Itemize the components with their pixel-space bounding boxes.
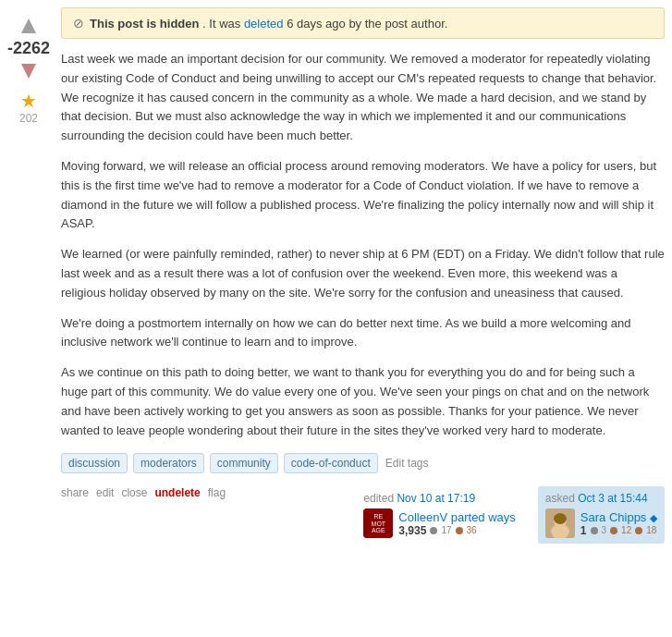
silver-dot bbox=[430, 527, 437, 534]
vote-column: -2262 ★ 202 bbox=[0, 7, 57, 630]
asked-silver-dot bbox=[591, 527, 598, 534]
edited-user: REMOTAGE ColleenV parted ways 3,935 bbox=[363, 508, 515, 538]
edited-label: edited Nov 10 at 17:19 bbox=[363, 492, 515, 505]
hidden-icon: ⊘ bbox=[73, 16, 84, 31]
tag-moderators[interactable]: moderators bbox=[133, 453, 204, 473]
edit-link[interactable]: edit bbox=[96, 486, 114, 499]
paragraph-2: Moving forward, we will release an offic… bbox=[61, 157, 665, 234]
tag-community[interactable]: community bbox=[210, 453, 278, 473]
asked-label: asked Oct 3 at 15:44 bbox=[545, 492, 657, 505]
post-signatures: edited Nov 10 at 17:19 REMOTAGE bbox=[356, 486, 665, 544]
asked-bronze-dot2 bbox=[635, 527, 642, 534]
deleted-link[interactable]: deleted bbox=[244, 17, 284, 31]
asked-user-info: Sara Chipps ◆ 1 3 12 18 bbox=[580, 510, 657, 537]
close-link[interactable]: close bbox=[121, 486, 147, 499]
asked-sig: asked Oct 3 at 15:44 bbox=[538, 486, 665, 544]
edited-user-rep: 3,935 17 36 bbox=[398, 524, 515, 537]
asked-user-rep: 1 3 12 18 bbox=[580, 524, 657, 537]
asked-user: Sara Chipps ◆ 1 3 12 18 bbox=[545, 508, 657, 538]
edited-avatar: REMOTAGE bbox=[363, 508, 393, 538]
post-actions: share edit close undelete flag edited No… bbox=[61, 486, 665, 544]
banner-text: This post is hidden . It was deleted 6 d… bbox=[90, 17, 447, 31]
bronze-dot bbox=[456, 527, 463, 534]
paragraph-1: Last week we made an important decision … bbox=[61, 50, 665, 146]
asked-avatar-img bbox=[545, 508, 575, 538]
favorite-star-button[interactable]: ★ bbox=[20, 90, 37, 112]
tag-code-of-conduct[interactable]: code-of-conduct bbox=[284, 453, 378, 473]
asked-username: Sara Chipps ◆ bbox=[580, 510, 657, 524]
asked-bronze-dot1 bbox=[610, 527, 617, 534]
content-column: ⊘ This post is hidden . It was deleted 6… bbox=[57, 7, 672, 630]
edited-date-link[interactable]: Nov 10 at 17:19 bbox=[397, 492, 475, 505]
action-links: share edit close undelete flag bbox=[61, 486, 226, 499]
flag-link[interactable]: flag bbox=[208, 486, 226, 499]
paragraph-3: We learned (or were painfully reminded, … bbox=[61, 245, 665, 302]
favorite-count: 202 bbox=[19, 112, 38, 125]
share-link[interactable]: share bbox=[61, 486, 89, 499]
post-body: Last week we made an important decision … bbox=[61, 50, 665, 440]
asked-avatar bbox=[545, 508, 575, 538]
post-container: -2262 ★ 202 ⊘ This post is hidden . It w… bbox=[0, 0, 672, 637]
hidden-banner: ⊘ This post is hidden . It was deleted 6… bbox=[61, 7, 665, 39]
edited-sig: edited Nov 10 at 17:19 REMOTAGE bbox=[356, 486, 522, 544]
paragraph-5: As we continue on this path to doing bet… bbox=[61, 363, 665, 440]
undelete-link[interactable]: undelete bbox=[154, 486, 200, 499]
edit-tags-link[interactable]: Edit tags bbox=[385, 457, 429, 470]
edited-user-info: ColleenV parted ways 3,935 17 36 bbox=[398, 510, 515, 537]
edited-username: ColleenV parted ways bbox=[398, 510, 515, 524]
edited-avatar-img: REMOTAGE bbox=[363, 508, 393, 538]
vote-down-button[interactable] bbox=[18, 60, 40, 82]
tag-discussion[interactable]: discussion bbox=[61, 453, 128, 473]
banner-bold: This post is hidden bbox=[90, 17, 199, 31]
svg-point-2 bbox=[554, 513, 567, 524]
paragraph-4: We're doing a postmortem internally on h… bbox=[61, 314, 665, 353]
vote-count: -2262 bbox=[7, 39, 50, 58]
tags-section: discussion moderators community code-of-… bbox=[61, 453, 665, 473]
asked-date-link[interactable]: Oct 3 at 15:44 bbox=[578, 492, 647, 505]
vote-up-button[interactable] bbox=[18, 15, 40, 37]
